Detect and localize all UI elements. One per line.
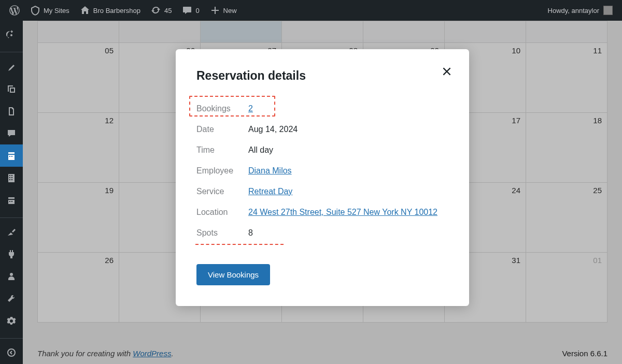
menu-bookings[interactable] (0, 144, 23, 167)
menu-building[interactable] (0, 167, 23, 189)
modal-overlay[interactable]: Reservation details Bookings 2 Date Aug … (23, 21, 622, 364)
row-service: Service Retreat Day (196, 181, 448, 202)
employee-label: Employee (196, 165, 248, 177)
view-bookings-button[interactable]: View Bookings (196, 264, 270, 285)
date-label: Date (196, 123, 248, 136)
menu-collapse[interactable] (0, 342, 23, 364)
menu-comments[interactable] (0, 122, 23, 144)
time-value: All day (248, 144, 273, 156)
spots-label: Spots (196, 227, 248, 239)
modal-title: Reservation details (196, 69, 448, 83)
time-label: Time (196, 144, 248, 156)
admin-bar: My Sites Bro Barbershop 45 0 New (0, 0, 622, 21)
comment-icon (182, 5, 192, 16)
menu-appearance[interactable] (0, 221, 23, 243)
menu-pages[interactable] (0, 100, 23, 122)
updates-count: 45 (164, 7, 172, 14)
reservation-modal: Reservation details Bookings 2 Date Aug … (176, 49, 469, 306)
svg-point-0 (8, 349, 15, 356)
account-link[interactable]: Howdy, anntaylor (543, 6, 618, 15)
plus-icon (210, 5, 220, 16)
site-name-label: Bro Barbershop (93, 7, 140, 14)
menu-users[interactable] (0, 266, 23, 288)
new-link[interactable]: New (205, 0, 242, 21)
employee-link[interactable]: Diana Milos (248, 166, 292, 175)
bookings-link[interactable]: 2 (248, 104, 253, 113)
sites-icon (30, 5, 40, 16)
menu-dashboard[interactable] (0, 24, 23, 46)
annotation-highlight (195, 244, 284, 245)
menu-plugins[interactable] (0, 243, 23, 266)
new-label: New (223, 7, 237, 14)
row-spots: Spots 8 (196, 223, 448, 243)
side-menu (0, 21, 23, 364)
spots-value: 8 (248, 227, 253, 239)
menu-settings[interactable] (0, 310, 23, 332)
comments-link[interactable]: 0 (177, 0, 204, 21)
menu-posts[interactable] (0, 55, 23, 78)
refresh-icon (151, 5, 161, 16)
my-sites-label: My Sites (44, 7, 69, 14)
menu-calendar[interactable] (0, 190, 23, 212)
wp-logo[interactable] (4, 0, 25, 21)
avatar (603, 6, 613, 15)
my-sites-link[interactable]: My Sites (25, 0, 75, 21)
row-location: Location 24 West 27th Street, Suite 527 … (196, 202, 448, 223)
row-employee: Employee Diana Milos (196, 161, 448, 181)
service-label: Service (196, 185, 248, 198)
comments-count: 0 (195, 7, 199, 14)
row-time: Time All day (196, 140, 448, 161)
greeting-label: Howdy, anntaylor (548, 7, 599, 14)
updates-link[interactable]: 45 (146, 0, 177, 21)
row-date: Date Aug 14, 2024 (196, 119, 448, 140)
location-label: Location (196, 206, 248, 219)
close-icon (441, 70, 453, 79)
row-bookings: Bookings 2 (196, 98, 448, 119)
site-name-link[interactable]: Bro Barbershop (75, 0, 146, 21)
close-button[interactable] (441, 66, 453, 79)
menu-media[interactable] (0, 78, 23, 100)
bookings-label: Bookings (196, 103, 248, 115)
menu-tools[interactable] (0, 288, 23, 310)
service-link[interactable]: Retreat Day (248, 187, 292, 196)
location-link[interactable]: 24 West 27th Street, Suite 527 New York … (248, 208, 437, 216)
date-value: Aug 14, 2024 (248, 123, 298, 136)
home-icon (80, 5, 90, 16)
wordpress-icon (9, 5, 20, 16)
